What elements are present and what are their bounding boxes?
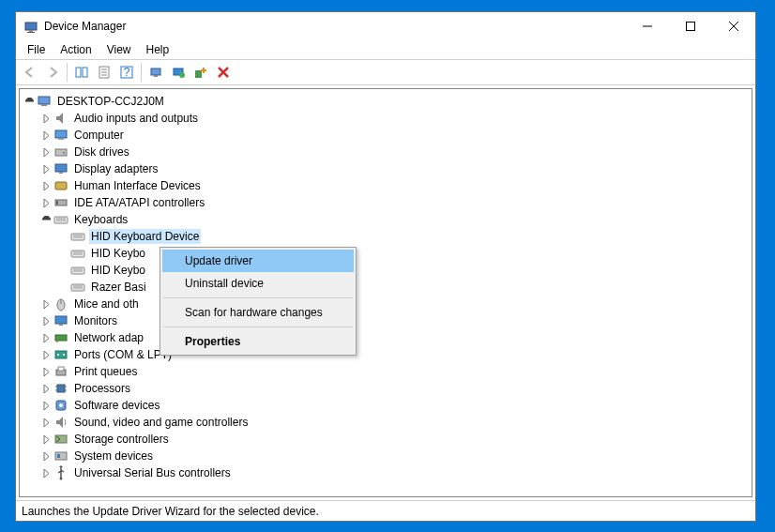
tree-category-ports[interactable]: Ports (COM & LPT) <box>20 346 752 363</box>
menu-view[interactable]: View <box>99 41 139 58</box>
context-menu-item[interactable]: Uninstall device <box>162 272 354 295</box>
tree-label: Ports (COM & LPT) <box>72 347 174 362</box>
help-toolbar-button[interactable]: ? <box>116 62 137 83</box>
tree-label: Software devices <box>72 398 161 413</box>
minimize-button[interactable] <box>626 12 669 40</box>
show-hide-console-button[interactable] <box>71 62 92 83</box>
tree-category-disk[interactable]: Disk drives <box>20 144 752 160</box>
monitor-icon <box>53 313 68 328</box>
tree-device-item[interactable]: Razer Basi <box>20 279 752 296</box>
toolbar-separator <box>67 63 68 82</box>
window-title: Device Manager <box>44 20 626 33</box>
titlebar: Device Manager <box>16 12 755 40</box>
tree-category-ide[interactable]: IDE ATA/ATAPI controllers <box>20 194 752 211</box>
menu-file[interactable]: File <box>20 41 53 58</box>
add-legacy-button[interactable] <box>190 62 211 83</box>
expand-icon[interactable] <box>38 402 53 410</box>
tree-device-item[interactable]: HID Keyboard Device <box>20 228 752 245</box>
expand-icon[interactable] <box>38 368 53 376</box>
context-menu: Update driverUninstall deviceScan for ha… <box>160 247 357 356</box>
tree-label: Keyboards <box>72 212 129 227</box>
maximize-button[interactable] <box>669 12 712 40</box>
tree-label: HID Keyboard Device <box>89 229 201 244</box>
tree-category-processor[interactable]: Processors <box>20 380 752 397</box>
expand-icon[interactable] <box>38 131 53 140</box>
context-menu-item[interactable]: Properties <box>162 330 354 353</box>
disk-icon <box>53 144 68 160</box>
scan-hardware-button[interactable] <box>145 62 166 83</box>
svg-rect-8 <box>83 68 87 77</box>
app-icon <box>23 19 38 34</box>
tree-category-monitor[interactable]: Monitors <box>20 312 752 329</box>
usb-icon <box>53 465 68 480</box>
svg-rect-22 <box>55 130 67 138</box>
menu-help[interactable]: Help <box>139 41 177 58</box>
expand-icon[interactable] <box>38 435 53 444</box>
tree-root-node[interactable]: DESKTOP-CCJ2J0M <box>20 93 752 110</box>
tree-category-sound[interactable]: Sound, video and game controllers <box>20 414 752 431</box>
expand-icon[interactable] <box>38 199 53 207</box>
tree-category-software[interactable]: Software devices <box>20 397 752 414</box>
expand-icon[interactable] <box>38 418 53 427</box>
expand-icon[interactable] <box>38 317 53 326</box>
collapse-icon[interactable] <box>38 216 53 224</box>
tree-category-network[interactable]: Network adap <box>20 329 752 346</box>
tree-device-item[interactable]: HID Keybo <box>20 262 752 279</box>
expand-icon[interactable] <box>38 351 53 359</box>
tree-category-system[interactable]: System devices <box>20 448 752 464</box>
expand-icon[interactable] <box>38 114 53 123</box>
svg-rect-20 <box>38 97 50 104</box>
expand-icon[interactable] <box>38 452 53 461</box>
tree-view[interactable]: DESKTOP-CCJ2J0MAudio inputs and outputsC… <box>19 88 752 497</box>
menu-action[interactable]: Action <box>53 41 99 58</box>
back-button[interactable] <box>20 62 40 83</box>
tree-label: Audio inputs and outputs <box>72 111 200 126</box>
expand-icon[interactable] <box>38 469 53 478</box>
svg-rect-26 <box>55 164 67 172</box>
tree-category-usb[interactable]: Universal Serial Bus controllers <box>20 464 752 481</box>
svg-point-54 <box>63 354 65 356</box>
context-menu-item[interactable]: Scan for hardware changes <box>162 301 354 324</box>
expand-icon[interactable] <box>38 182 53 190</box>
expand-icon[interactable] <box>38 148 53 157</box>
tree-device-item[interactable]: HID Keybo <box>20 245 752 262</box>
tree-category-print[interactable]: Print queues <box>20 363 752 380</box>
network-icon <box>53 330 68 345</box>
context-menu-separator <box>163 327 353 327</box>
collapse-icon[interactable] <box>22 98 37 106</box>
svg-rect-30 <box>56 201 58 205</box>
keyboard-icon <box>53 212 68 227</box>
expand-icon[interactable] <box>38 385 53 393</box>
tree-label: Network adap <box>72 330 145 345</box>
expand-icon[interactable] <box>38 165 53 174</box>
properties-toolbar-button[interactable] <box>94 62 114 83</box>
tree-category-mouse[interactable]: Mice and oth <box>20 296 752 312</box>
tree-category-storage[interactable]: Storage controllers <box>20 431 752 448</box>
svg-rect-56 <box>58 367 64 371</box>
svg-rect-50 <box>55 335 67 341</box>
sound-icon <box>53 415 68 430</box>
tree-category-hid[interactable]: Human Interface Devices <box>20 177 752 194</box>
context-menu-item[interactable]: Update driver <box>162 250 354 272</box>
svg-rect-27 <box>59 172 63 174</box>
tree-category-display[interactable]: Display adapters <box>20 160 752 177</box>
software-icon <box>53 398 68 413</box>
forward-button[interactable] <box>42 62 63 83</box>
keyboard-icon <box>70 280 85 295</box>
svg-rect-52 <box>55 351 67 358</box>
uninstall-button[interactable] <box>213 62 234 83</box>
svg-rect-65 <box>55 452 67 460</box>
svg-rect-49 <box>59 324 63 326</box>
keyboard-icon <box>70 246 85 261</box>
svg-point-25 <box>63 152 65 154</box>
close-button[interactable] <box>712 12 755 40</box>
update-driver-button[interactable] <box>168 62 189 83</box>
tree-category-keyboard[interactable]: Keyboards <box>20 211 752 228</box>
expand-icon[interactable] <box>38 300 53 309</box>
system-icon <box>53 448 68 464</box>
menubar: File Action View Help <box>16 40 755 59</box>
tree-category-computer[interactable]: Computer <box>20 127 752 144</box>
svg-rect-28 <box>55 182 67 190</box>
expand-icon[interactable] <box>38 334 53 342</box>
tree-category-audio[interactable]: Audio inputs and outputs <box>20 110 752 127</box>
